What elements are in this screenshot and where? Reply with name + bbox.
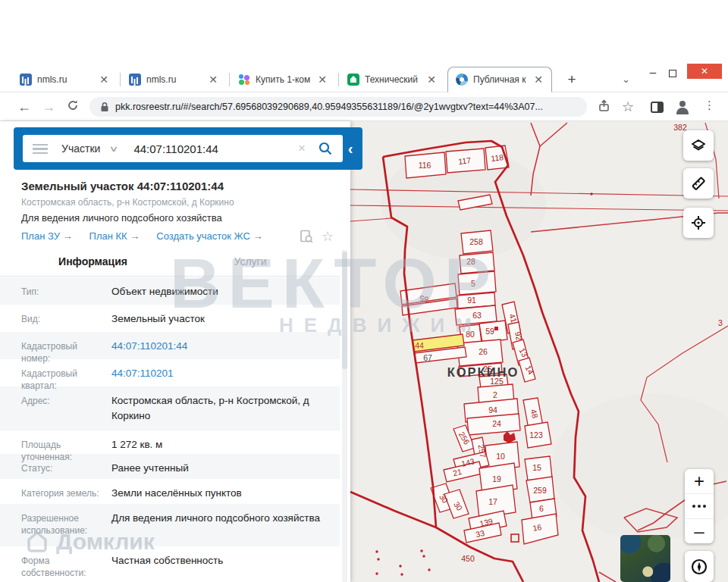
table-row: Форма собственности:Частная собственност…: [0, 546, 340, 574]
zoom-controls: + –: [685, 469, 714, 543]
tab-title: Публичная ка: [473, 74, 526, 85]
search-button[interactable]: [318, 141, 333, 156]
tab-separator: [338, 73, 339, 86]
tab-search-chevron-icon[interactable]: ⌄: [622, 74, 630, 85]
svg-text:91: 91: [467, 296, 476, 305]
table-row: Категория земель:Земли населённых пункто…: [0, 479, 340, 504]
forward-button[interactable]: →: [39, 98, 58, 116]
tab-domclick[interactable]: Технический п ✕: [340, 67, 444, 92]
svg-text:118: 118: [491, 152, 504, 163]
tab-pkk-active[interactable]: Публичная ка ✕: [447, 67, 552, 92]
side-panel-icon[interactable]: [651, 102, 664, 113]
create-parcel-link[interactable]: Создать участок ЖС →: [156, 230, 262, 242]
row-value: Земли населённых пунктов: [111, 479, 340, 504]
tab-close-icon[interactable]: ✕: [315, 74, 329, 86]
svg-text:123: 123: [529, 430, 543, 440]
bookmark-star-button[interactable]: ☆: [619, 98, 637, 116]
favorite-star-button[interactable]: ☆: [322, 228, 334, 245]
layers-icon: [690, 137, 707, 154]
new-tab-button[interactable]: +: [563, 70, 581, 89]
ruler-icon: [690, 175, 707, 192]
tab-close-icon[interactable]: ✕: [97, 74, 111, 86]
parcel-panel: Участки ∨ 44:07:110201:44 × ‹ Земельный …: [0, 121, 350, 582]
search-input[interactable]: 44:07:110201:44: [133, 142, 298, 155]
locate-object-button[interactable]: [683, 208, 714, 238]
tab-title: nmls.ru: [37, 74, 92, 85]
address-bar[interactable]: pkk.rosreestr.ru/#/search/57.69568039290…: [89, 97, 587, 117]
profile-avatar-icon[interactable]: [675, 99, 690, 114]
svg-text:67: 67: [423, 353, 432, 362]
svg-text:44: 44: [415, 341, 424, 350]
browser-toolbar: ← → pkk.rosreestr.ru/#/search/57.6956803…: [0, 92, 728, 121]
tab-services[interactable]: Услуги: [201, 255, 300, 268]
layers-button[interactable]: [683, 130, 714, 161]
row-label: Кадастровый квартал:: [0, 359, 111, 386]
zoom-out-button[interactable]: –: [685, 518, 714, 543]
geolocation-button[interactable]: [685, 551, 714, 582]
plan-kk-link[interactable]: План КК →: [89, 230, 140, 242]
table-row: Адрес:Костромская область, р-н Костромск…: [0, 386, 340, 430]
svg-text:5: 5: [471, 279, 475, 288]
cadastral-map[interactable]: 1161171182582859163805926251252942448123…: [350, 121, 728, 582]
svg-text:450: 450: [461, 554, 475, 563]
back-button[interactable]: ←: [15, 98, 33, 116]
table-row: Разрешенное использование:Для ведения ли…: [0, 504, 340, 546]
panel-scrollbar-thumb[interactable]: [342, 252, 347, 369]
window-minimize-button[interactable]: –: [643, 65, 663, 82]
browser-tabstrip: nmls.ru ✕ nmls.ru ✕ Купить 1-комн ✕ Техн…: [0, 64, 728, 92]
screen: nmls.ru ✕ nmls.ru ✕ Купить 1-комн ✕ Техн…: [0, 0, 728, 582]
tab-title: Купить 1-комн: [256, 74, 310, 85]
search-icon: [318, 141, 333, 156]
panel-collapse-button[interactable]: ‹: [343, 127, 358, 170]
table-row: Тип:Объект недвижимости: [0, 277, 340, 305]
reload-button[interactable]: [64, 98, 82, 116]
row-value: 1 272 кв. м: [111, 430, 340, 454]
tab-information[interactable]: Информация: [30, 255, 155, 268]
tab-separator: [120, 73, 121, 86]
clear-search-icon[interactable]: ×: [298, 141, 306, 156]
svg-text:6: 6: [539, 504, 544, 513]
basemap-thumbnail[interactable]: [620, 535, 670, 582]
row-label: Адрес:: [0, 386, 111, 430]
zoom-to-object-button[interactable]: [299, 229, 314, 247]
plan-zu-link[interactable]: План ЗУ →: [21, 230, 73, 242]
svg-text:24: 24: [492, 419, 501, 428]
crosshair-icon: [690, 214, 707, 231]
zoom-in-button[interactable]: +: [685, 469, 714, 493]
svg-text:94: 94: [488, 405, 497, 415]
svg-text:28: 28: [466, 257, 475, 266]
avito-favicon: [238, 74, 250, 86]
svg-text:117: 117: [458, 155, 472, 166]
browser-menu-icon[interactable]: ⋮: [704, 99, 715, 112]
tab-close-icon[interactable]: ✕: [206, 74, 220, 86]
row-value: Ранее учтенный: [111, 454, 340, 479]
zoom-levels-button[interactable]: [685, 493, 714, 518]
measure-button[interactable]: [683, 168, 714, 199]
search-category-select[interactable]: Участки: [61, 142, 100, 155]
menu-hamburger-icon[interactable]: [33, 144, 48, 154]
share-button[interactable]: [595, 99, 613, 117]
svg-text:15: 15: [532, 463, 541, 472]
tab-nmls-1[interactable]: nmls.ru ✕: [12, 67, 117, 92]
url-text: pkk.rosreestr.ru/#/search/57.69568039290…: [115, 102, 543, 112]
window-close-button[interactable]: ✕: [687, 64, 722, 79]
tab-close-icon[interactable]: ✕: [532, 74, 545, 86]
tab-close-icon[interactable]: ✕: [425, 74, 438, 86]
svg-text:16: 16: [532, 522, 543, 533]
svg-text:258: 258: [469, 237, 483, 246]
nmls-favicon: [129, 74, 141, 86]
tab-avito[interactable]: Купить 1-комн ✕: [231, 67, 335, 92]
row-value-link[interactable]: 44:07:110201:44: [111, 332, 340, 359]
tab-nmls-2[interactable]: nmls.ru ✕: [121, 67, 226, 92]
search-field[interactable]: Участки ∨ 44:07:110201:44 ×: [23, 135, 343, 162]
row-value-link[interactable]: 44:07:110201: [111, 359, 340, 386]
table-row: Статус:Ранее учтенный: [0, 454, 340, 479]
info-rows: Тип:Объект недвижимостиВид:Земельный уча…: [0, 277, 340, 574]
svg-text:3: 3: [718, 318, 723, 327]
share-icon: [598, 99, 610, 112]
window-maximize-button[interactable]: [669, 70, 676, 77]
table-row: Площадь уточненная:1 272 кв. м: [0, 430, 340, 454]
map-area[interactable]: 1161171182582859163805926251252942448123…: [350, 121, 728, 582]
chevron-down-icon[interactable]: ∨: [109, 144, 119, 154]
reload-icon: [67, 99, 79, 111]
